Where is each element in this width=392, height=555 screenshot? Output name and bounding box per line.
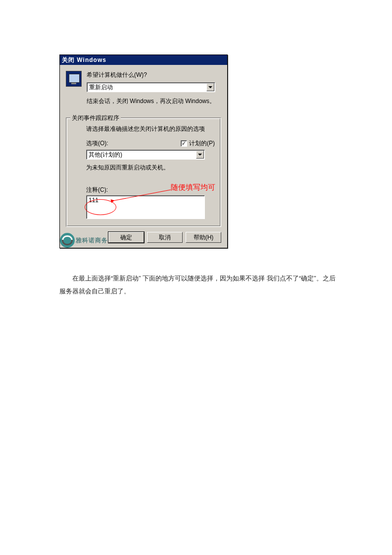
watermark: 雅科诺商务 (60, 233, 108, 248)
action-select-value: 重新启动 (89, 83, 113, 92)
shutdown-dialog: 关闭 Windows 希望计算机做什么(W)? 重新启动 结束会话，关闭 Win… (59, 55, 228, 248)
reason-select[interactable]: 其他(计划的) (86, 150, 205, 160)
reason-select-value: 其他(计划的) (89, 151, 122, 159)
group-subtitle: 请选择最准确描述您关闭计算机的原因的选项 (86, 125, 215, 133)
action-description: 结束会话，关闭 Windows，再次启动 Windows。 (87, 97, 221, 106)
comment-label: 注释(C): (86, 186, 215, 194)
group-title: 关闭事件跟踪程序 (70, 114, 121, 122)
ok-button[interactable]: 确定 (108, 232, 144, 243)
planned-label: 计划的(P) (189, 139, 215, 148)
dialog-body: 希望计算机做什么(W)? 重新启动 结束会话，关闭 Windows，再次启动 W… (60, 65, 227, 248)
dialog-titlebar[interactable]: 关闭 Windows (60, 55, 227, 65)
dialog-title: 关闭 Windows (62, 56, 106, 64)
cancel-button[interactable]: 取消 (147, 232, 183, 243)
action-prompt: 希望计算机做什么(W)? (87, 71, 221, 79)
shutdown-icon (66, 71, 82, 87)
action-select[interactable]: 重新启动 (87, 82, 215, 92)
caption-text: 在最上面选择“重新启动” 下面的地方可以随便选择，因为如果不选择 我们点不了“确… (59, 272, 337, 298)
dropdown-icon[interactable] (206, 83, 214, 91)
planned-checkbox[interactable]: ✓ (181, 140, 187, 147)
help-button[interactable]: 帮助(H) (186, 232, 221, 243)
watermark-logo-icon (60, 233, 75, 248)
option-label: 选项(O): (86, 139, 108, 148)
reason-description: 为未知原因而重新启动或关机。 (86, 164, 215, 172)
dropdown-icon[interactable] (196, 151, 204, 159)
comment-textarea[interactable] (86, 195, 205, 219)
planned-checkbox-wrap[interactable]: ✓ 计划的(P) (181, 139, 215, 148)
watermark-text: 雅科诺商务 (76, 236, 108, 245)
event-tracker-group: 关闭事件跟踪程序 请选择最准确描述您关闭计算机的原因的选项 选项(O): ✓ 计… (66, 117, 221, 227)
